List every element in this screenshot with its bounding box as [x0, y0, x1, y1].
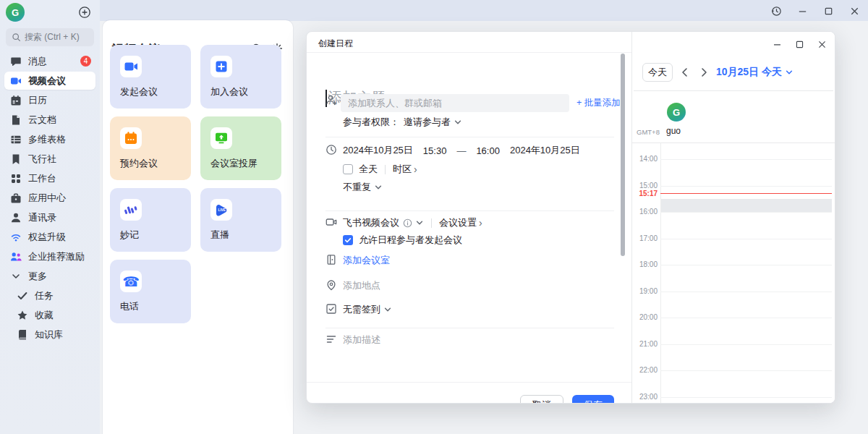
end-date[interactable]: 2024年10月25日: [510, 144, 580, 157]
video-meeting-panel: 视频会议 发起会议加入会议预约会议会议室投屏妙记LIVE直播☎电话: [103, 20, 293, 434]
user-avatar[interactable]: G: [6, 3, 25, 22]
today-button[interactable]: 今天: [642, 63, 673, 82]
allow-participants-checkbox[interactable]: [343, 235, 353, 245]
batch-add-link[interactable]: + 批量添加: [576, 97, 621, 109]
close-icon[interactable]: [814, 37, 829, 51]
chevron-left-icon[interactable]: [680, 67, 690, 77]
timezone-link[interactable]: 时区: [393, 163, 412, 176]
sidebar-item-book[interactable]: 知识库: [11, 326, 95, 344]
attendee-name: guo: [666, 126, 681, 136]
sidebar-item-wifi[interactable]: 权益升级: [4, 228, 95, 246]
cancel-button[interactable]: 取消: [520, 395, 563, 404]
briefcase-icon: [10, 192, 22, 204]
card-camera-filled[interactable]: 发起会议: [110, 45, 191, 109]
maximize-icon[interactable]: [792, 37, 807, 51]
card-label: 预约会议: [120, 157, 158, 170]
add-icon[interactable]: [78, 6, 91, 19]
titlebar: [0, 0, 868, 21]
day-grid: G guo GMT+8 14:0015:0016:0017:0018:0019:…: [632, 90, 835, 404]
meeting-settings-link[interactable]: 会议设置: [439, 216, 477, 229]
close-icon[interactable]: [846, 3, 862, 19]
all-day-checkbox[interactable]: [343, 164, 353, 174]
start-time[interactable]: 15:30: [423, 145, 447, 156]
card-phone[interactable]: ☎电话: [110, 260, 191, 323]
card-live[interactable]: LIVE直播: [200, 188, 281, 252]
hour-label: 22:00: [634, 366, 658, 374]
hour-gridline: [660, 318, 832, 318]
info-icon: [403, 218, 412, 228]
modal-title: 创建日程: [318, 38, 353, 50]
start-date[interactable]: 2024年10月25日: [343, 144, 413, 157]
sidebar-item-video[interactable]: 视频会议: [4, 72, 95, 90]
search-input[interactable]: 搜索 (Ctrl + K): [6, 28, 94, 46]
attendee-avatar: G: [667, 103, 686, 122]
check-in-select[interactable]: 无需签到: [343, 303, 380, 316]
minimize-icon[interactable]: [794, 3, 810, 19]
history-icon[interactable]: [768, 3, 784, 19]
location-pin-icon: [326, 279, 337, 291]
calendar-date-select[interactable]: 10月25日 今天: [716, 66, 793, 79]
hour-gridline: [660, 292, 832, 292]
repeat-select[interactable]: 不重复: [343, 181, 371, 194]
chevron-right-icon: ›: [479, 217, 482, 229]
sidebar-item-people-duo[interactable]: 企业推荐激励: [4, 247, 95, 265]
sidebar-item-label: 视频会议: [28, 75, 66, 88]
save-button[interactable]: 保存: [572, 395, 614, 404]
sidebar-item-grid[interactable]: 工作台: [4, 169, 95, 187]
sidebar-item-table[interactable]: 多维表格: [4, 130, 95, 148]
camera-filled-icon: [120, 56, 142, 77]
sidebar-item-briefcase[interactable]: 应用中心: [4, 189, 95, 207]
chevron-down-icon: [785, 68, 793, 77]
wifi-icon: [10, 231, 22, 243]
timezone-label: GMT+8: [637, 128, 658, 136]
hour-label: 23:00: [634, 393, 658, 401]
end-time[interactable]: 16:00: [476, 145, 500, 156]
sidebar-item-person[interactable]: 通讯录: [4, 208, 95, 226]
hour-gridline: [660, 239, 832, 239]
calendar-preview-panel: 今天 10月25日 今天 G guo GMT+8 14:0015:0016:00…: [631, 32, 835, 404]
description-icon: [326, 333, 337, 345]
hour-gridline: [660, 212, 832, 213]
sidebar: G 搜索 (Ctrl + K) 消息4视频会议日历云文档多维表格飞行社工作台应用…: [0, 0, 100, 434]
add-location-input[interactable]: 添加地点: [343, 279, 380, 292]
card-minutes[interactable]: 妙记: [110, 188, 191, 252]
description-input[interactable]: 添加描述: [343, 333, 380, 346]
hour-label: 18:00: [634, 260, 658, 268]
sidebar-item-doc[interactable]: 云文档: [4, 111, 95, 129]
sidebar-item-check[interactable]: 任务: [11, 286, 95, 305]
maximize-icon[interactable]: [820, 3, 836, 19]
hour-label: 21:00: [634, 340, 658, 348]
card-screencast[interactable]: 会议室投屏: [200, 116, 281, 180]
add-room-link[interactable]: 添加会议室: [343, 254, 390, 267]
sidebar-item-calendar[interactable]: 日历: [4, 91, 95, 109]
sidebar-item-label: 多维表格: [28, 133, 66, 146]
sidebar-item-label: 知识库: [35, 328, 63, 341]
card-calendar-orange[interactable]: 预约会议: [110, 116, 191, 180]
selected-time-slot[interactable]: [661, 199, 832, 212]
modal-footer: 取消 保存: [307, 382, 631, 404]
plus-square-icon: [210, 56, 232, 77]
phone-icon: ☎: [120, 271, 142, 292]
hour-label: 15:00: [634, 182, 658, 190]
chevron-right-icon[interactable]: [699, 67, 709, 77]
sidebar-item-chevron-down[interactable]: 更多: [4, 267, 95, 285]
sidebar-item-star[interactable]: 收藏: [11, 306, 95, 324]
card-plus-square[interactable]: 加入会议: [200, 45, 281, 109]
card-label: 电话: [120, 300, 139, 313]
minutes-icon: [120, 199, 142, 221]
sidebar-item-bookmark[interactable]: 飞行社: [4, 150, 95, 168]
card-label: 妙记: [120, 229, 139, 242]
sidebar-item-label: 收藏: [35, 309, 54, 322]
hour-gridline: [660, 397, 832, 398]
current-time-line: [660, 193, 832, 194]
chevron-down-icon: [454, 118, 462, 127]
allow-participants-label: 允许日程参与者发起会议: [359, 234, 462, 247]
hour-label: 19:00: [634, 287, 658, 295]
sidebar-item-chat[interactable]: 消息4: [4, 52, 95, 70]
meeting-type-select[interactable]: 飞书视频会议: [343, 216, 399, 229]
minimize-icon[interactable]: [770, 37, 784, 51]
attendee-input[interactable]: 添加联系人、群或邮箱: [341, 94, 569, 112]
form-scrollbar[interactable]: [621, 54, 625, 256]
permission-select[interactable]: 邀请参与者: [404, 116, 451, 129]
video-icon: [10, 75, 22, 87]
